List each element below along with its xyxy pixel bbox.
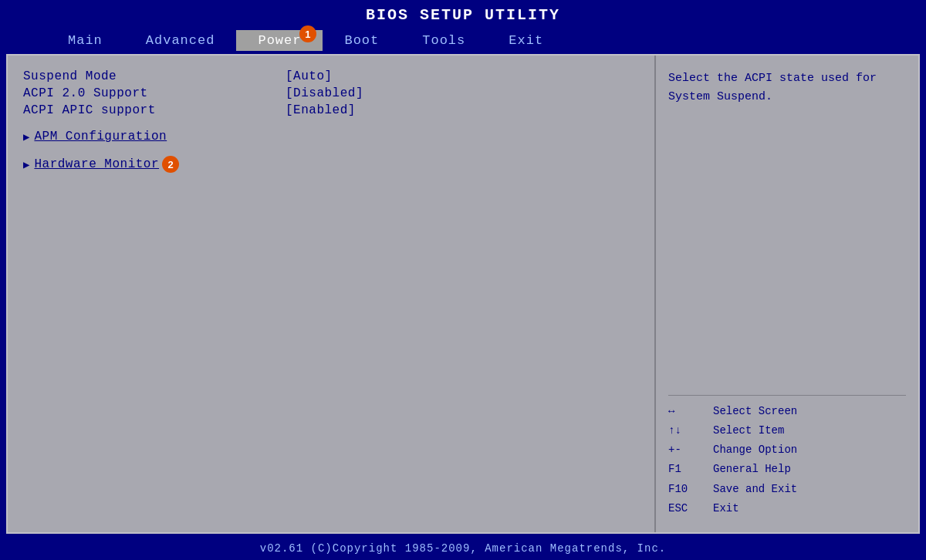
menu-item-tools[interactable]: Tools xyxy=(400,30,487,51)
menu-item-main[interactable]: Main xyxy=(46,30,124,51)
footer: v02.61 (C)Copyright 1985-2009, American … xyxy=(0,537,926,560)
key-legend-row-1: ↑↓Select Item xyxy=(668,421,906,440)
submenu-label-1: Hardware Monitor xyxy=(34,157,159,171)
setting-row-1: ACPI 2.0 Support[Disabled] xyxy=(23,86,639,100)
key-symbol-2: +- xyxy=(668,440,707,460)
key-desc-2: Change Option xyxy=(713,440,797,460)
menu-item-exit[interactable]: Exit xyxy=(487,30,565,51)
key-legend-row-4: F10Save and Exit xyxy=(668,480,906,499)
key-legend: ↔Select Screen↑↓Select Item+-Change Opti… xyxy=(668,402,906,518)
setting-row-0: Suspend Mode[Auto] xyxy=(23,69,639,83)
key-desc-0: Select Screen xyxy=(713,402,797,421)
key-symbol-5: ESC xyxy=(668,499,707,518)
submenu-row-1[interactable]: ▶Hardware Monitor2 xyxy=(23,156,639,173)
menu-item-power[interactable]: Power1 xyxy=(236,30,323,51)
setting-value-1[interactable]: [Disabled] xyxy=(286,86,363,100)
setting-label-2: ACPI APIC support xyxy=(23,103,286,117)
right-panel: Select the ACPI state used for System Su… xyxy=(656,56,918,532)
menu-bar: MainAdvancedPower1BootToolsExit xyxy=(0,27,926,51)
key-legend-row-5: ESCExit xyxy=(668,499,906,518)
menu-item-boot[interactable]: Boot xyxy=(323,30,400,51)
setting-row-2: ACPI APIC support[Enabled] xyxy=(23,103,639,117)
key-desc-5: Exit xyxy=(713,499,739,518)
setting-label-1: ACPI 2.0 Support xyxy=(23,86,286,100)
help-text: Select the ACPI state used for System Su… xyxy=(668,69,906,106)
submenu-label-0: APM Configuration xyxy=(34,130,167,143)
key-legend-row-0: ↔Select Screen xyxy=(668,402,906,421)
left-panel: Suspend Mode[Auto]ACPI 2.0 Support[Disab… xyxy=(8,56,656,532)
key-symbol-1: ↑↓ xyxy=(668,421,707,440)
key-desc-3: General Help xyxy=(713,460,791,479)
menu-item-advanced[interactable]: Advanced xyxy=(124,30,237,51)
key-desc-4: Save and Exit xyxy=(713,480,797,499)
main-content: Suspend Mode[Auto]ACPI 2.0 Support[Disab… xyxy=(6,54,920,534)
setting-label-0: Suspend Mode xyxy=(23,69,286,83)
key-symbol-3: F1 xyxy=(668,460,707,479)
key-symbol-0: ↔ xyxy=(668,402,707,421)
key-legend-row-2: +-Change Option xyxy=(668,440,906,460)
bios-title: BIOS SETUP UTILITY xyxy=(0,0,926,27)
key-desc-1: Select Item xyxy=(713,421,784,440)
submenu-badge-1: 2 xyxy=(162,156,179,173)
divider xyxy=(668,395,906,396)
submenu-row-0[interactable]: ▶APM Configuration xyxy=(23,130,639,143)
setting-value-2[interactable]: [Enabled] xyxy=(286,103,356,117)
setting-value-0[interactable]: [Auto] xyxy=(286,69,333,83)
submenu-arrow-icon-1: ▶ xyxy=(23,158,29,171)
submenu-arrow-icon-0: ▶ xyxy=(23,130,29,143)
key-symbol-4: F10 xyxy=(668,480,707,499)
key-legend-row-3: F1General Help xyxy=(668,460,906,479)
